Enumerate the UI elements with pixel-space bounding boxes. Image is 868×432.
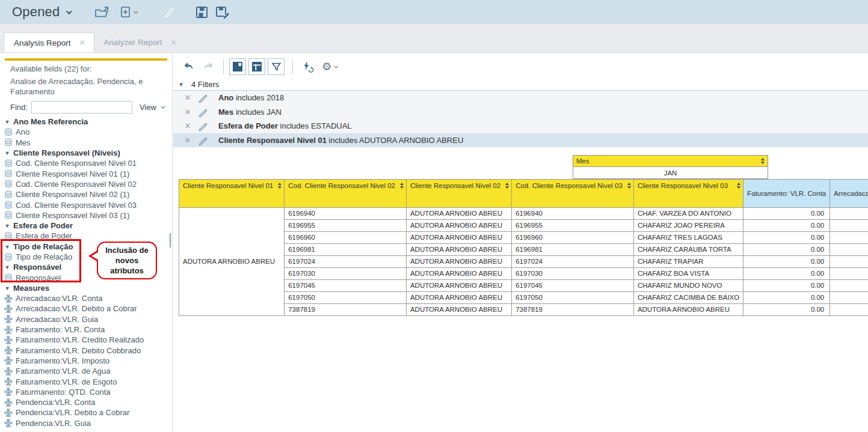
close-tab-icon[interactable]: ✕ <box>170 38 176 47</box>
open-report-button[interactable] <box>94 6 110 18</box>
close-tab-icon[interactable]: ✕ <box>79 38 85 47</box>
toggle-available-fields-button[interactable] <box>229 58 246 75</box>
member-cell[interactable]: 6197024 <box>285 256 407 268</box>
member-cell[interactable]: 6197030 <box>512 268 634 280</box>
filters-section-header[interactable]: ▾ 4 Filters <box>178 80 219 89</box>
measure-item[interactable]: Pendencia:VLR. Debito a Cobrar <box>2 407 171 418</box>
field-item[interactable]: Mes <box>2 138 171 148</box>
edit-filter-icon[interactable] <box>198 107 209 117</box>
field-group-cliente-responsavel[interactable]: ▾Cliente Responsavel (Níveis) <box>2 148 171 158</box>
field-group-esfera-de-poder[interactable]: ▾Esfera de Poder <box>2 221 171 231</box>
member-cell[interactable]: 6197050 <box>512 292 634 304</box>
collapse-triangle-icon[interactable]: ▾ <box>4 118 10 125</box>
remove-filter-icon[interactable]: ✕ <box>183 136 192 145</box>
tab-analyzer-report[interactable]: Analyzer Report ✕ <box>94 32 185 52</box>
edit-filter-icon[interactable] <box>198 121 209 131</box>
member-cell[interactable]: CHAF. VARZEA DO ANTONIO <box>633 208 743 220</box>
sort-arrows-icon[interactable] <box>737 183 740 189</box>
measure-header-cell[interactable]: Arrecadacao:VLR. Conta <box>830 180 868 208</box>
remove-filter-icon[interactable]: ✕ <box>183 108 192 117</box>
row-header-cell[interactable]: Cliente Responsavel Nivel 01 <box>179 180 285 208</box>
undo-button[interactable] <box>183 61 195 72</box>
member-cell[interactable]: CHAFARIZ TRES LAGOAS <box>633 232 743 244</box>
toggle-layout-panel-button[interactable] <box>248 58 265 75</box>
member-cell[interactable]: 6196940 <box>285 208 407 220</box>
filter-row[interactable]: ✕ Esfera de Poder includes ESTADUAL <box>173 119 868 133</box>
member-cell[interactable]: 6197030 <box>285 268 407 280</box>
filter-row[interactable]: ✕ Mes includes JAN <box>173 105 868 120</box>
measure-header-cell[interactable]: Faturamento: VLR. Conta <box>743 180 830 208</box>
member-cell[interactable]: ADUTORA ARNOBIO ABREU <box>406 256 511 268</box>
remove-filter-icon[interactable]: ✕ <box>183 121 192 130</box>
member-cell[interactable]: ADUTORA ARNOBIO ABREU <box>406 268 511 280</box>
measure-item[interactable]: Faturmanento: QTD. Conta <box>2 387 171 397</box>
level1-member-cell[interactable]: ADUTORA ARNOBIO ABREU <box>179 208 285 316</box>
collapse-triangle-icon[interactable]: ▾ <box>178 81 184 88</box>
sort-arrows-icon[interactable] <box>400 183 404 189</box>
measure-item[interactable]: Arrecadacao:VLR. Guia <box>2 314 171 324</box>
row-header-cell[interactable]: Cod. Cliente Responsavel Nivel 02 <box>285 180 407 208</box>
tab-analysis-report[interactable]: Analysis Report ✕ <box>4 32 94 52</box>
edit-filter-icon[interactable] <box>198 93 209 103</box>
panel-splitter-handle[interactable] <box>170 233 171 248</box>
collapse-triangle-icon[interactable]: ▾ <box>4 150 10 156</box>
collapse-triangle-icon[interactable]: ▾ <box>4 243 10 250</box>
member-cell[interactable]: 6196981 <box>512 244 634 256</box>
member-cell[interactable]: 6197050 <box>285 292 407 304</box>
filter-row[interactable]: ✕ Ano includes 2018 <box>173 91 868 105</box>
edit-filter-icon[interactable] <box>198 135 209 145</box>
row-header-cell[interactable]: Cliente Responsavel Nivel 02 <box>406 180 511 208</box>
collapse-triangle-icon[interactable]: ▾ <box>4 264 10 270</box>
member-cell[interactable]: ADUTORA ARNOBIO ABREU <box>406 280 511 292</box>
member-cell[interactable]: ADUTORA ARNOBIO ABREU <box>406 244 511 256</box>
member-cell[interactable]: 6196940 <box>512 208 634 220</box>
field-item[interactable]: Cod. Cliente Responsavel Nivel 03 <box>2 199 171 210</box>
measure-item[interactable]: Pendencia:VLR. Guia <box>2 418 171 428</box>
save-as-button[interactable] <box>215 6 231 19</box>
measure-item[interactable]: Faturamento:VLR. de Agua <box>2 366 171 376</box>
collapse-triangle-icon[interactable]: ▾ <box>4 222 10 229</box>
member-cell[interactable]: 6197024 <box>512 256 634 268</box>
measure-item[interactable]: Pendencia:VLR. Conta <box>2 397 171 407</box>
field-item[interactable]: Cod. Cliente Responsavel Nivel 01 <box>2 158 171 168</box>
member-cell[interactable]: CHAFARIZ BOA VISTA <box>633 268 743 280</box>
auto-refresh-button[interactable] <box>302 61 315 73</box>
collapse-triangle-icon[interactable]: ▾ <box>4 285 10 291</box>
field-item[interactable]: Cod. Cliente Responsavel Nivel 02 <box>2 179 171 189</box>
member-cell[interactable]: ADUTORA ARNOBIO ABREU <box>406 232 511 244</box>
sort-arrows-icon[interactable] <box>627 183 631 189</box>
column-member-cell[interactable]: JAN <box>573 167 768 178</box>
member-cell[interactable]: CHAFARIZ MUNDO NOVO <box>633 280 743 292</box>
measure-item[interactable]: Faturamento:VLR. Imposto <box>2 356 171 366</box>
member-cell[interactable]: ADUTORA ARNOBIO ABREU <box>406 292 511 304</box>
field-item[interactable]: Cliente Responsavel Nivel 03 (1) <box>2 210 171 221</box>
field-item[interactable]: Ano <box>2 127 171 137</box>
column-dimension-cell[interactable]: Mes <box>573 156 768 167</box>
sort-arrows-icon[interactable] <box>761 158 765 164</box>
measure-item[interactable]: Arrecadacao:VLR. Debito a Cobrar <box>2 303 171 314</box>
measure-item[interactable]: Faturamento:VLR. Credito Realizado <box>2 335 171 345</box>
sort-arrows-icon[interactable] <box>278 183 282 189</box>
field-item[interactable]: Esfera de Poder <box>2 231 171 241</box>
field-item[interactable]: Cliente Responsavel Nivel 01 (1) <box>2 168 171 178</box>
member-cell[interactable]: 6196960 <box>512 232 634 244</box>
member-cell[interactable]: 6197045 <box>285 280 407 292</box>
member-cell[interactable]: 7387819 <box>285 304 407 316</box>
member-cell[interactable]: CHAFARIZ CARAUBA TORTA <box>633 244 743 256</box>
row-header-cell[interactable]: Cod. Cliente Responsavel Nivel 03 <box>512 180 634 208</box>
new-report-button[interactable] <box>120 6 137 18</box>
member-cell[interactable]: ADUTORA ARNOBIO ABREU <box>406 304 511 316</box>
member-cell[interactable]: CHAFARIZ TRAPIAR <box>633 256 743 268</box>
save-button[interactable] <box>195 6 208 19</box>
member-cell[interactable]: 6196955 <box>512 220 634 232</box>
find-input[interactable] <box>31 101 132 114</box>
member-cell[interactable]: ADUTORA ARNOBIO ABREU <box>633 304 743 316</box>
measure-item[interactable]: Arrecadacao:VLR. Conta <box>2 293 171 303</box>
member-cell[interactable]: 7387819 <box>512 304 634 316</box>
member-cell[interactable]: ADUTORA ARNOBIO ABREU <box>406 208 511 220</box>
field-group-measures[interactable]: ▾Measures <box>2 283 171 293</box>
member-cell[interactable]: 6197045 <box>512 280 634 292</box>
member-cell[interactable]: ADUTORA ARNOBIO ABREU <box>406 220 511 232</box>
settings-menu-button[interactable]: ⚙ <box>322 61 337 72</box>
row-header-cell[interactable]: Cliente Responsavel Nivel 03 <box>633 180 743 208</box>
